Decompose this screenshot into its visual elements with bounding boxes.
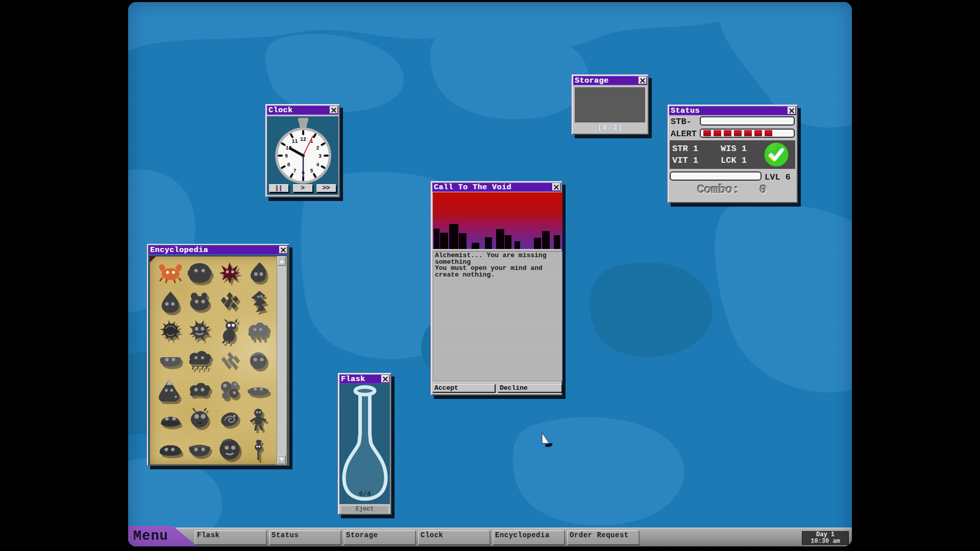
svg-text:0/4: 0/4 [359, 490, 371, 498]
svg-text:12: 12 [300, 137, 306, 142]
svg-text:2: 2 [316, 145, 320, 151]
svg-text:11: 11 [291, 139, 298, 144]
svg-text:4: 4 [316, 162, 320, 168]
svg-text:3: 3 [318, 154, 322, 159]
svg-text:7: 7 [293, 168, 296, 174]
svg-text:8: 8 [287, 162, 290, 168]
svg-text:9: 9 [285, 154, 288, 159]
svg-text:5: 5 [310, 168, 313, 174]
